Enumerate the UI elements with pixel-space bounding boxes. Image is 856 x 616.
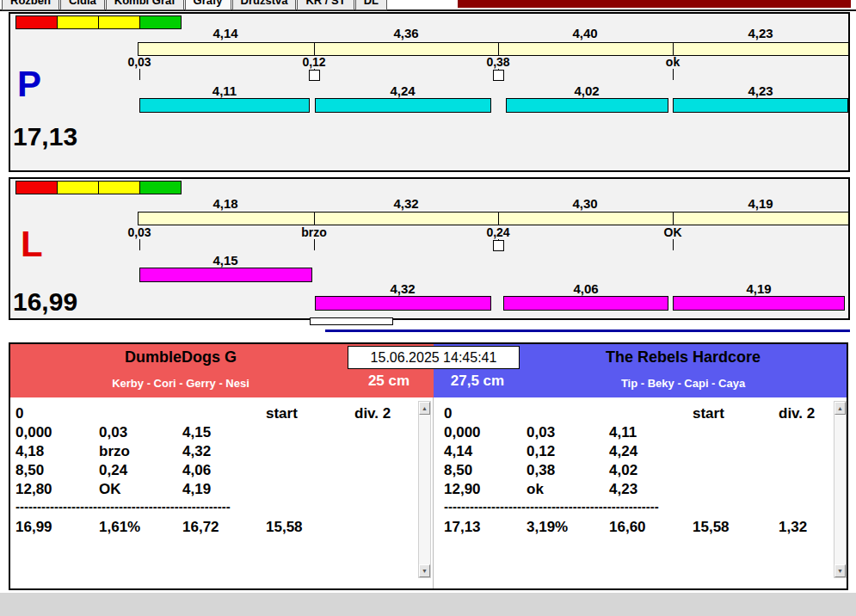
table-separator: ----------------------------------------…: [15, 499, 418, 516]
scroll-up-button[interactable]: ▲: [834, 402, 846, 415]
table-cell: [354, 442, 418, 461]
lap-bar: [673, 98, 848, 113]
tab-grafy[interactable]: Grafy: [185, 0, 231, 10]
table-cell: 0,000: [15, 423, 99, 442]
lap-bar: [139, 98, 310, 113]
table-cell: 4,06: [182, 461, 266, 480]
table-cell: brzo: [99, 442, 182, 461]
table-cell: 3,19%: [527, 518, 609, 537]
table-cell: 15,58: [266, 518, 354, 537]
tab-dl[interactable]: DL: [355, 0, 387, 10]
table-cell: 0,03: [99, 423, 182, 442]
table-cell: ok: [527, 480, 609, 499]
app-window: Rozběh Čidla Kombi Graf Grafy Družstva K…: [0, 0, 856, 616]
lap-bar: [503, 296, 668, 311]
light-yellow-2: [99, 16, 140, 28]
table-cell: [779, 461, 833, 480]
light-yellow-1: [58, 182, 99, 194]
table-header-row: 0 start div. 2: [444, 404, 833, 423]
tab-cidla[interactable]: Čidla: [60, 0, 105, 10]
table-cell: 16,99: [15, 518, 99, 537]
table-cell: [354, 461, 418, 480]
table-cell: [354, 518, 418, 537]
table-cell: 4,23: [609, 480, 693, 499]
timeline-bar: [138, 212, 849, 225]
status-lights: [15, 15, 182, 29]
marker-checkbox: [493, 240, 504, 251]
table-cell: [354, 480, 418, 499]
split-time-label: 4,32: [367, 197, 445, 210]
table-cell: 16,60: [609, 518, 693, 537]
lap-time-label: 4,23: [722, 84, 799, 97]
marker-label: OK: [643, 226, 703, 238]
run-total: 17,13: [13, 123, 77, 151]
run-panel-l: 4,18 4,32 4,30 4,19 0,03 brzo 0,24 OK L …: [9, 177, 850, 320]
table-cell: [354, 423, 418, 442]
scroll-up-button[interactable]: ▲: [419, 402, 430, 415]
tab-bar: Rozběh Čidla Kombi Graf Grafy Družstva K…: [2, 0, 388, 10]
scroll-down-button[interactable]: ▼: [419, 564, 430, 577]
table-cell: [266, 442, 354, 461]
marker-tick: [673, 69, 674, 80]
navy-divider-line: [325, 330, 850, 332]
tab-kr-st[interactable]: KR / ST: [297, 0, 354, 10]
light-yellow-1: [58, 16, 99, 28]
tab-rozbeh[interactable]: Rozběh: [2, 0, 59, 10]
table-cell: [693, 423, 779, 442]
timeline-divider: [314, 213, 315, 225]
table-header-row: 0 start div. 2: [15, 404, 418, 423]
timeline-divider: [498, 213, 499, 225]
table-cell: 0,12: [527, 442, 609, 461]
status-lights: [15, 181, 182, 194]
lap-time-label: 4,19: [720, 282, 797, 295]
table-row: 12,80 OK 4,19: [15, 480, 418, 499]
table-cell: [609, 404, 693, 423]
up-arrow-icon: ▲: [837, 405, 843, 411]
table-cell: start: [693, 404, 779, 423]
lap-bar: [506, 98, 668, 113]
left-table-scrollbar[interactable]: ▲ ▼: [418, 401, 431, 578]
run-panel-p: 4,14 4,36 4,40 4,23 0,03 0,12 0,38 ok P …: [9, 12, 850, 172]
light-yellow-2: [99, 182, 140, 194]
light-green: [140, 16, 181, 28]
right-table-scrollbar[interactable]: ▲ ▼: [834, 401, 847, 578]
marker-checkbox: [309, 70, 320, 81]
team-name-right: The Rebels Hardcore: [520, 348, 847, 367]
light-red: [16, 182, 58, 194]
table-cell: div. 2: [779, 404, 833, 423]
table-totals-row: 17,13 3,19% 16,60 15,58 1,32: [444, 518, 833, 537]
team-dogs-right: Tip - Beky - Capi - Caya: [520, 377, 847, 390]
table-cell: [779, 442, 833, 461]
lap-time-label: 4,06: [547, 282, 625, 295]
marker-label: 0,38: [468, 56, 528, 68]
table-cell: 0,03: [527, 423, 609, 442]
lap-time-label: 4,32: [364, 282, 441, 295]
table-row: 8,50 0,24 4,06: [15, 461, 418, 480]
lap-time-label: 4,15: [187, 254, 264, 267]
team-name-left: DumbleDogs G: [10, 348, 351, 367]
results-table-left: 0 start div. 2 0,000 0,03 4,15 4,18 brzo…: [10, 401, 418, 537]
lap-time-label: 4,11: [186, 84, 263, 97]
lap-bar: [139, 268, 312, 282]
light-green: [140, 182, 181, 194]
results-table-right: 0 start div. 2 0,000 0,03 4,11 4,14 0,12…: [434, 401, 833, 537]
table-cell: [779, 423, 833, 442]
split-time-label: 4,18: [187, 197, 264, 210]
split-time-label: 4,36: [367, 27, 445, 40]
lap-bar: [315, 98, 491, 113]
table-cell: [693, 480, 779, 499]
table-cell: 0: [444, 404, 527, 423]
table-row: 0,000 0,03 4,11: [444, 423, 833, 442]
split-time-label: 4,40: [546, 27, 624, 40]
table-cell: [99, 404, 182, 423]
tab-kombi-graf[interactable]: Kombi Graf: [106, 0, 184, 10]
marker-tick: [673, 239, 674, 250]
table-cell: [779, 480, 833, 499]
lap-time-label: 4,02: [548, 84, 625, 97]
marker-label: 0,03: [109, 226, 169, 238]
tab-druzstva[interactable]: Družstva: [232, 0, 297, 10]
scroll-down-button[interactable]: ▼: [834, 564, 846, 577]
table-cell: 1,32: [779, 518, 833, 537]
timestamp-box: 15.06.2025 14:45:41: [348, 346, 520, 369]
run-letter: L: [21, 227, 43, 262]
